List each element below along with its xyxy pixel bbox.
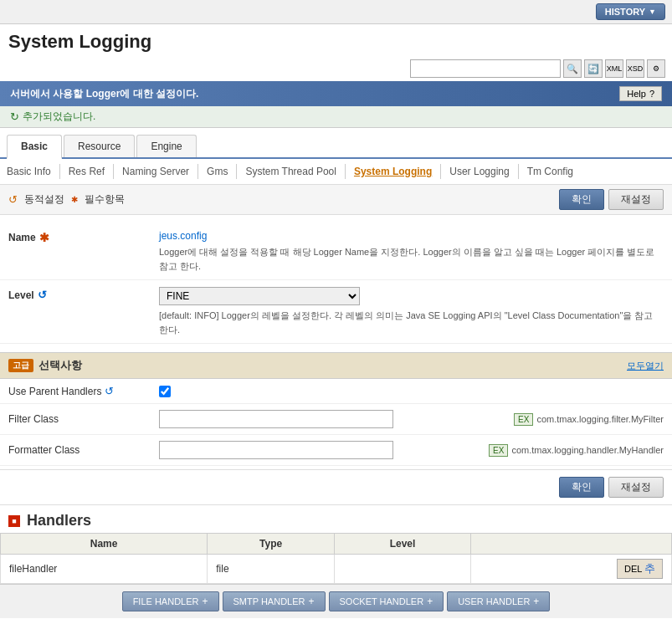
filter-class-content: EX com.tmax.logging.filter.MyFilter: [159, 410, 664, 428]
filter-class-input[interactable]: [159, 410, 393, 428]
file-handler-icon: +: [202, 596, 208, 607]
subnav-tm-config[interactable]: Tm Config: [519, 164, 582, 179]
handler-actions-cell: DEL 추: [471, 555, 672, 584]
advanced-icon: 고급: [8, 359, 33, 372]
tab-resource[interactable]: Resource: [64, 135, 135, 157]
table-row: fileHandler file DEL 추: [1, 555, 672, 584]
form-section: Name ✱ jeus.config Logger에 대해 설정을 적용할 때 …: [0, 215, 672, 352]
subnav-gms[interactable]: Gms: [198, 164, 237, 179]
user-handler-icon: +: [533, 596, 539, 607]
name-row: Name ✱ jeus.config Logger에 대해 설정을 적용할 때 …: [0, 223, 672, 280]
subnav-naming-server[interactable]: Naming Server: [114, 164, 198, 179]
col-type: Type: [208, 534, 335, 555]
formatter-class-content: EX com.tmax.logging.handler.MyHandler: [159, 441, 664, 459]
search-bar: 🔍 🔄 XML XSD ⚙: [0, 56, 672, 81]
tab-row: Basic Resource Engine: [0, 135, 672, 159]
advanced-header: 고급 선택사항 모두열기: [0, 352, 672, 379]
dynamic-icon: ↺: [8, 193, 18, 206]
tab-basic[interactable]: Basic: [7, 135, 62, 159]
level-content: FINE INFO WARNING SEVERE CONFIG FINER FI…: [159, 287, 664, 336]
level-refresh-icon[interactable]: ↺: [38, 289, 47, 301]
reset-button-top[interactable]: 재설정: [608, 189, 664, 210]
formatter-class-row: Formatter Class EX com.tmax.logging.hand…: [0, 435, 672, 466]
required-label: 필수항목: [85, 192, 125, 207]
del-button[interactable]: DEL 추: [617, 559, 663, 579]
smtp-handler-icon: +: [308, 596, 314, 607]
expand-link[interactable]: 모두열기: [627, 360, 664, 372]
reset-button-bottom[interactable]: 재설정: [608, 477, 664, 498]
handlers-icon: ■: [8, 515, 20, 527]
socket-handler-icon: +: [427, 596, 433, 607]
sub-nav: Basic Info Res Ref Naming Server Gms Sys…: [0, 159, 672, 185]
search-button[interactable]: 🔍: [563, 59, 582, 78]
top-bar: HISTORY: [0, 0, 672, 24]
handlers-title: Handlers: [27, 512, 91, 529]
icon-btn-3[interactable]: ⚙: [647, 59, 665, 78]
level-select[interactable]: FINE INFO WARNING SEVERE CONFIG FINER FI…: [159, 287, 360, 305]
filter-class-ex-value: com.tmax.logging.filter.MyFilter: [536, 414, 664, 424]
formatter-class-ex-tag: EX: [489, 444, 508, 457]
confirm-button-top[interactable]: 확인: [559, 189, 604, 210]
formatter-class-ex-value: com.tmax.logging.handler.MyHandler: [511, 445, 664, 455]
level-label: Level ↺: [8, 287, 159, 301]
settings-buttons: 확인 재설정: [559, 189, 664, 210]
subnav-user-logging[interactable]: User Logging: [441, 164, 518, 179]
advanced-title: 고급 선택사항: [8, 358, 82, 373]
handler-name-cell: fileHandler: [1, 555, 208, 584]
name-value: jeus.config: [159, 230, 664, 242]
subnav-system-logging[interactable]: System Logging: [346, 164, 441, 179]
use-parent-handlers-label: Use Parent Handlers ↺: [8, 385, 159, 397]
subnav-res-ref[interactable]: Res Ref: [60, 164, 114, 179]
name-required-icon: ✱: [39, 232, 49, 243]
advanced-title-text: 선택사항: [38, 358, 82, 373]
smtp-handler-button[interactable]: SMTP HANDLER +: [223, 591, 326, 611]
level-select-row: FINE INFO WARNING SEVERE CONFIG FINER FI…: [159, 287, 664, 305]
required-icon: ✱: [71, 195, 78, 204]
filter-class-ex-tag: EX: [514, 413, 533, 426]
handlers-header: ■ Handlers: [0, 505, 672, 533]
icon-btn-2[interactable]: XSD: [626, 59, 644, 78]
use-parent-handlers-checkbox[interactable]: [159, 386, 171, 397]
file-handler-button[interactable]: FILE HANDLER +: [122, 591, 219, 611]
bottom-bar: 확인 재설정: [0, 469, 672, 505]
filter-class-label: Filter Class: [8, 413, 159, 425]
formatter-class-input[interactable]: [159, 441, 393, 459]
name-content: jeus.config Logger에 대해 설정을 적용할 때 해당 Logg…: [159, 230, 664, 273]
settings-left: ↺ 동적설정 ✱ 필수항목: [8, 192, 125, 207]
search-input[interactable]: [410, 59, 561, 78]
user-handler-button[interactable]: USER HANDLER +: [447, 591, 550, 611]
confirm-button-bottom[interactable]: 확인: [559, 477, 604, 498]
use-parent-handlers-content: [159, 386, 664, 397]
history-button[interactable]: HISTORY: [596, 3, 665, 20]
level-row: Level ↺ FINE INFO WARNING SEVERE CONFIG …: [0, 280, 672, 344]
socket-handler-button[interactable]: SOCKET HANDLER +: [329, 591, 444, 611]
settings-bar: ↺ 동적설정 ✱ 필수항목 확인 재설정: [0, 185, 672, 215]
action-btn-row: FILE HANDLER + SMTP HANDLER + SOCKET HAN…: [0, 584, 672, 618]
add-icon: 추: [644, 562, 655, 575]
subnav-basic-info[interactable]: Basic Info: [7, 164, 60, 179]
formatter-class-label: Formatter Class: [8, 444, 159, 456]
level-desc: [default: INFO] Logger의 레벨을 설정한다. 각 레벨의 …: [159, 309, 664, 336]
col-level: Level: [335, 534, 471, 555]
help-button[interactable]: Help ?: [619, 86, 662, 101]
col-actions: [471, 534, 672, 555]
refresh-icon: ↻: [10, 110, 19, 123]
handlers-table: Name Type Level fileHandler file DEL 추: [0, 533, 672, 584]
filter-class-row: Filter Class EX com.tmax.logging.filter.…: [0, 404, 672, 435]
info-banner: 서버에서 사용할 Logger에 대한 설정이다. Help ?: [0, 81, 672, 106]
added-message: ↻ 추가되었습니다.: [0, 106, 672, 128]
col-name: Name: [1, 534, 208, 555]
icon-btn-1[interactable]: XML: [605, 59, 623, 78]
name-desc: Logger에 대해 설정을 적용할 때 해당 Logger Name을 지정한…: [159, 245, 664, 273]
use-parent-refresh-icon[interactable]: ↺: [105, 385, 114, 397]
handler-type-cell: file: [208, 555, 335, 584]
handler-level-cell: [335, 555, 471, 584]
name-label: Name ✱: [8, 230, 159, 243]
refresh-button[interactable]: 🔄: [584, 59, 603, 78]
use-parent-handlers-row: Use Parent Handlers ↺: [0, 379, 672, 404]
subnav-system-thread-pool[interactable]: System Thread Pool: [237, 164, 346, 179]
page-title: System Logging: [0, 24, 672, 56]
info-text: 서버에서 사용할 Logger에 대한 설정이다.: [10, 87, 198, 101]
dynamic-label: 동적설정: [24, 192, 64, 207]
tab-engine[interactable]: Engine: [136, 135, 196, 157]
